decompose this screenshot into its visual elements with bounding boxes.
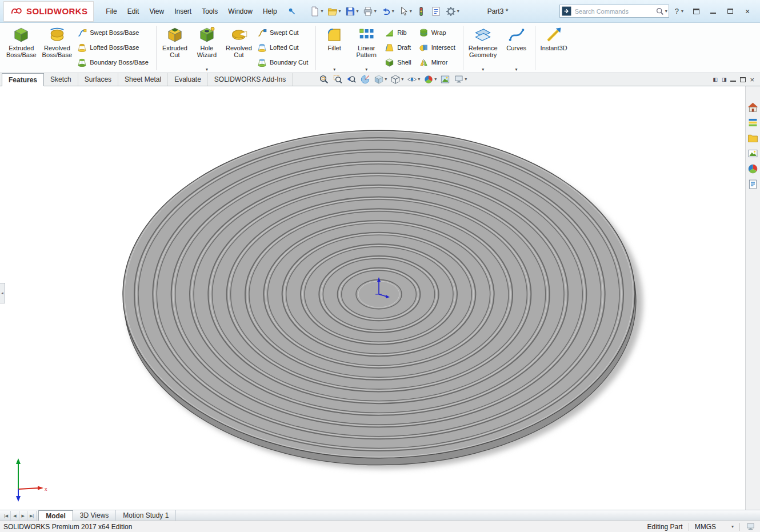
pin-menu-icon[interactable] <box>286 5 298 18</box>
dropdown-caret-icon[interactable]: ▾ <box>374 9 377 14</box>
dropdown-caret-icon[interactable]: ▾ <box>515 67 518 72</box>
ribbon-button-boundary-cut[interactable]: Boundary Cut <box>255 55 313 70</box>
menu-edit[interactable]: Edit <box>122 1 145 22</box>
dropdown-caret-icon[interactable]: ▾ <box>333 67 335 72</box>
tab-evaluate[interactable]: Evaluate <box>168 73 208 86</box>
doc-tab-model[interactable]: Model <box>38 510 73 521</box>
ribbon-button-wrap[interactable]: Wrap <box>417 25 461 40</box>
ribbon-button-intersect[interactable]: Intersect <box>417 40 461 55</box>
rebuild-button[interactable] <box>414 4 429 19</box>
dropdown-caret-icon[interactable]: ▾ <box>457 9 459 14</box>
toolbar-options-icon[interactable] <box>689 5 703 18</box>
tab-surfaces[interactable]: Surfaces <box>78 73 118 86</box>
dropdown-caret-icon[interactable]: ▾ <box>365 67 367 72</box>
file-properties-button[interactable] <box>429 4 443 19</box>
file-explorer-button[interactable] <box>747 132 759 144</box>
display-style-button[interactable]: ▾ <box>389 74 405 86</box>
hide-show-items-button[interactable]: ▾ <box>406 74 421 86</box>
part-disc[interactable] <box>123 130 643 469</box>
menu-tools[interactable]: Tools <box>197 1 223 22</box>
ribbon-button-instant3d[interactable]: Instant3D <box>538 23 570 73</box>
ribbon-button-swept-cut[interactable]: Swept Cut <box>255 25 313 40</box>
dropdown-caret-icon[interactable]: ▾ <box>339 9 341 14</box>
scroll-prev-icon[interactable]: ◀ <box>11 511 19 521</box>
minimize-button[interactable] <box>706 5 720 18</box>
dropdown-caret-icon[interactable]: ▾ <box>418 77 420 82</box>
dropdown-caret-icon[interactable]: ▾ <box>321 9 323 14</box>
search-commands-input[interactable] <box>573 8 655 15</box>
search-caret-icon[interactable]: ▾ <box>665 9 667 14</box>
ribbon-button-extruded-cut[interactable]: Extruded Cut <box>159 23 191 73</box>
tab-sheet-metal[interactable]: Sheet Metal <box>118 73 168 86</box>
design-library-button[interactable] <box>747 117 759 129</box>
doc-restore-icon[interactable] <box>740 77 746 82</box>
view-palette-button[interactable] <box>747 147 759 159</box>
menu-help[interactable]: Help <box>258 1 282 22</box>
close-button[interactable]: × <box>741 5 754 18</box>
ribbon-button-revolved-boss-base[interactable]: Revolved Boss/Base <box>39 23 75 73</box>
ribbon-button-draft[interactable]: Draft <box>382 40 416 55</box>
ribbon-button-curves[interactable]: Curves ▾ <box>501 23 533 73</box>
view-settings-button[interactable]: ▾ <box>453 74 468 86</box>
help-menu[interactable]: ? ▾ <box>675 7 683 15</box>
menu-view[interactable]: View <box>144 1 169 22</box>
apply-scene-button[interactable] <box>439 74 451 86</box>
dropdown-caret-icon[interactable]: ▾ <box>206 67 208 72</box>
section-view-button[interactable] <box>359 74 371 86</box>
dropdown-caret-icon[interactable]: ▾ <box>357 9 359 14</box>
appearances-scenes-button[interactable] <box>747 163 759 175</box>
ribbon-button-mirror[interactable]: Mirror <box>417 55 461 70</box>
edit-appearance-button[interactable]: ▾ <box>422 74 438 86</box>
search-scope-icon[interactable] <box>561 6 572 17</box>
dropdown-caret-icon[interactable]: ▾ <box>385 77 387 82</box>
ribbon-button-extruded-boss-base[interactable]: Extruded Boss/Base <box>3 23 39 73</box>
ribbon-button-swept-boss-base[interactable]: Swept Boss/Base <box>75 25 154 40</box>
previous-view-button[interactable] <box>345 74 358 86</box>
select-button[interactable]: ▾ <box>396 4 414 19</box>
print-button[interactable]: ▾ <box>361 4 378 19</box>
tab-sketch[interactable]: Sketch <box>44 73 78 86</box>
ribbon-button-reference-geometry[interactable]: Reference Geometry ▾ <box>466 23 501 73</box>
scroll-first-icon[interactable]: |◀ <box>2 511 11 521</box>
zoom-to-area-button[interactable] <box>331 74 344 86</box>
save-button[interactable]: ▾ <box>343 4 361 19</box>
dropdown-caret-icon[interactable]: ▾ <box>482 67 484 72</box>
ribbon-button-revolved-cut[interactable]: Revolved Cut <box>223 23 255 73</box>
doc-tab-motion-study-1[interactable]: Motion Study 1 <box>116 510 176 521</box>
scroll-next-icon[interactable]: ▶ <box>19 511 27 521</box>
sw-resources-button[interactable] <box>747 101 759 113</box>
dropdown-caret-icon[interactable]: ▾ <box>465 77 467 82</box>
part-canvas[interactable] <box>0 86 745 510</box>
menu-window[interactable]: Window <box>223 1 258 22</box>
doc-close-icon[interactable]: × <box>750 75 754 84</box>
ribbon-button-lofted-boss-base[interactable]: Lofted Boss/Base <box>75 40 154 55</box>
open-button[interactable]: ▾ <box>325 4 343 19</box>
window-next-icon[interactable]: ◨ <box>722 77 727 82</box>
menu-insert[interactable]: Insert <box>169 1 197 22</box>
tab-features[interactable]: Features <box>2 73 44 86</box>
menu-file[interactable]: File <box>101 1 122 22</box>
window-prev-icon[interactable]: ◧ <box>713 77 718 82</box>
ribbon-button-rib[interactable]: Rib <box>382 25 416 40</box>
dropdown-caret-icon[interactable]: ▾ <box>401 77 403 82</box>
ribbon-button-lofted-cut[interactable]: Lofted Cut <box>255 40 313 55</box>
scroll-last-icon[interactable]: ▶| <box>27 511 37 521</box>
custom-properties-button[interactable] <box>747 178 759 190</box>
doc-tab-3d-views[interactable]: 3D Views <box>73 510 116 521</box>
zoom-to-fit-button[interactable] <box>318 74 330 86</box>
dropdown-caret-icon[interactable]: ▾ <box>434 77 437 82</box>
dropdown-caret-icon[interactable]: ▾ <box>410 9 412 14</box>
maximize-button[interactable] <box>723 5 737 18</box>
undo-button[interactable]: ▾ <box>378 4 396 19</box>
ribbon-button-boundary-boss-base[interactable]: Boundary Boss/Base <box>75 55 154 70</box>
dropdown-caret-icon[interactable]: ▾ <box>392 9 394 14</box>
featuremanager-collapsed-handle[interactable]: ◂ <box>0 283 5 303</box>
options-button[interactable]: ▾ <box>443 4 461 19</box>
new-document-button[interactable]: ▾ <box>307 4 325 19</box>
view-orientation-button[interactable]: ▾ <box>373 74 388 86</box>
units-selector[interactable]: MMGS ▾ <box>695 523 734 531</box>
status-bar-options-icon[interactable] <box>746 522 755 531</box>
ribbon-button-shell[interactable]: Shell <box>382 55 416 70</box>
search-icon[interactable] <box>655 7 665 16</box>
ribbon-button-linear-pattern[interactable]: Linear Pattern ▾ <box>350 23 382 73</box>
